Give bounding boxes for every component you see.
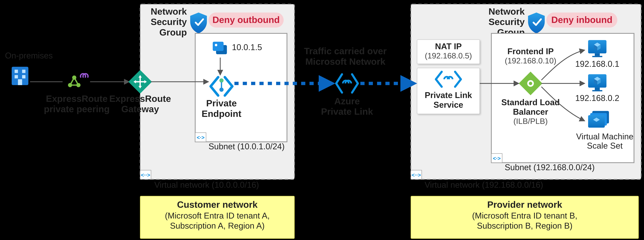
expressroute-peering-icon (68, 74, 88, 87)
vmss-label-1: Virtual Machine (576, 132, 634, 141)
customer-box-title: Customer network (177, 200, 258, 210)
deny-inbound-label: Deny inbound (551, 14, 612, 25)
nat-ip-label: NAT IP (435, 42, 462, 51)
vm2-ip: 192.168.0.2 (575, 93, 619, 103)
svg-point-5 (220, 88, 224, 92)
provider-box-line2: Subscription B, Region B) (477, 221, 572, 230)
provider-vnet-label: Virtual network (192.168.0.0/16) (424, 180, 543, 190)
azure-private-link-icon (336, 74, 358, 92)
svg-rect-30 (22, 75, 26, 78)
vm1-ip: 192.168.0.1 (575, 59, 619, 68)
architecture-diagram: Network Security Group Deny outbound 10.… (0, 0, 644, 240)
svg-rect-27 (14, 70, 18, 73)
customer-nsg-label-1: Network (150, 6, 187, 16)
svg-point-2 (215, 44, 217, 46)
svg-rect-18 (592, 90, 602, 92)
svg-text:<·>: <·> (493, 155, 501, 162)
svg-rect-1 (213, 42, 224, 51)
customer-box-line1: (Microsoft Entra ID tenant A, (165, 211, 270, 220)
frontend-ip-label: Frontend IP (508, 46, 554, 56)
svg-text:<··>: <··> (412, 172, 421, 178)
er-peering-label-1: ExpressRoute (46, 94, 108, 104)
provider-box-title: Provider network (487, 200, 562, 210)
er-gw-label-2: Gateway (121, 104, 159, 114)
pe-label-2: Endpoint (202, 108, 241, 119)
provider-nsg-label-1: Network (488, 6, 525, 16)
svg-rect-15 (592, 56, 602, 57)
provider-box-line1: (Microsoft Entra ID tenant B, (472, 211, 577, 220)
customer-box-line2: Subscription A, Region A) (170, 221, 265, 230)
pls-label-2: Service (434, 100, 463, 110)
onprem-label: On-premises (5, 51, 53, 60)
svg-rect-14 (595, 54, 600, 56)
pl-label-1: Azure (334, 96, 360, 106)
pe-label-1: Private (206, 98, 237, 108)
provider-nsg-label-2: Security (488, 17, 525, 27)
svg-rect-17 (595, 88, 600, 90)
er-peering-label-2: private peering (44, 104, 110, 114)
subnet-icon: <·> (491, 154, 502, 163)
traffic-label-2: Microsoft Network (305, 56, 385, 66)
er-gw-label-1: ExpressRoute (109, 94, 171, 104)
pls-label-1: Private Link (425, 90, 472, 100)
customer-subnet-label: Subnet (10.0.1.0/24) (208, 142, 285, 151)
provider-subnet-label: Subnet (192.168.0.0/24) (505, 162, 595, 172)
vnet-icon: <··> (140, 170, 151, 180)
building-icon (12, 67, 28, 85)
frontend-ip-value: (192.168.0.10) (505, 56, 556, 65)
svg-text:<··>: <··> (141, 172, 150, 178)
vmss-label-2: Scale Set (587, 141, 623, 150)
svg-rect-31 (18, 79, 22, 85)
nic-ip-label: 10.0.1.5 (232, 42, 262, 52)
nat-ip-value: (192.168.0.5) (425, 51, 472, 60)
customer-nsg-label-2: Security (150, 17, 187, 27)
customer-vnet-label: Virtual network (10.0.0.0/16) (154, 180, 259, 190)
traffic-label-1: Traffic carried over (304, 46, 387, 56)
vnet-icon: <··> (411, 170, 422, 180)
svg-text:<·>: <·> (197, 134, 205, 140)
svg-point-3 (220, 78, 224, 83)
svg-rect-29 (14, 75, 18, 78)
lb-label-2: Balancer (513, 107, 548, 116)
lb-label-1: Standard Load (501, 98, 560, 107)
svg-point-12 (529, 82, 532, 85)
customer-nsg-label-3: Group (159, 27, 187, 38)
subnet-icon: <·> (195, 133, 206, 142)
deny-outbound-label: Deny outbound (212, 14, 280, 25)
svg-rect-28 (22, 70, 26, 73)
pl-label-2: Private Link (321, 106, 373, 116)
vmss-icon (588, 111, 609, 128)
lb-sub-label: (ILB/PLB) (514, 117, 548, 126)
